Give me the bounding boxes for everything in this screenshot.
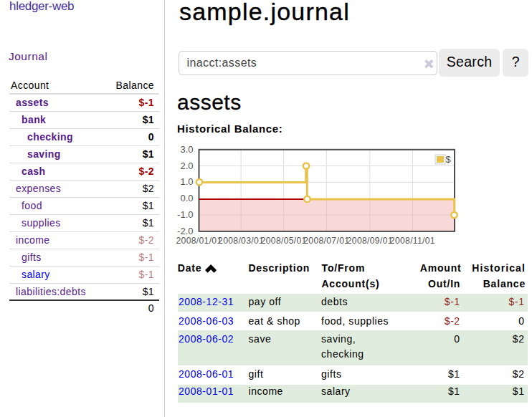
svg-text:2008/09/01: 2008/09/01 [347, 236, 393, 246]
svg-text:2008/01/01: 2008/01/01 [176, 236, 222, 246]
svg-text:3.0: 3.0 [180, 144, 193, 155]
svg-text:$: $ [446, 154, 452, 165]
svg-text:-2.0: -2.0 [177, 226, 193, 236]
svg-text:-1.0: -1.0 [177, 209, 193, 220]
svg-text:2008/03/01: 2008/03/01 [218, 236, 264, 246]
svg-text:2008/05/01: 2008/05/01 [261, 236, 307, 246]
svg-text:0.0: 0.0 [180, 193, 193, 203]
svg-text:2.0: 2.0 [180, 160, 193, 171]
svg-text:2008/07/01: 2008/07/01 [303, 236, 349, 246]
svg-text:2008/11/01: 2008/11/01 [390, 236, 435, 246]
svg-text:1.0: 1.0 [180, 176, 193, 187]
